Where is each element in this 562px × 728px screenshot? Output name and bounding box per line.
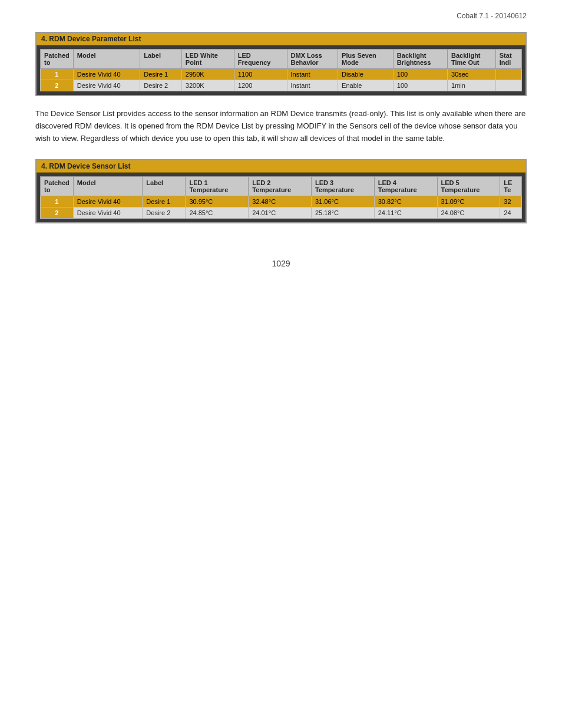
sensor-list-table: Patchedto Model Label LED 1Temperature L… — [40, 176, 522, 219]
col-header-plus-seven: Plus SevenMode — [338, 50, 394, 69]
page-number: 1029 — [35, 259, 527, 268]
param-list-title: 4. RDM Device Parameter List — [37, 33, 525, 45]
table-row: 1Desire Vivid 40Desire 130.95°C32.48°C31… — [41, 196, 522, 207]
sensor-list-panel: 4. RDM Device Sensor List Patchedto Mode… — [35, 159, 527, 223]
s-col-header-led4-temp: LED 4Temperature — [374, 177, 437, 196]
table-row: 1Desire Vivid 40Desire 12950K1100Instant… — [41, 69, 522, 80]
col-header-dmx-loss: DMX LossBehavior — [287, 50, 338, 69]
s-col-header-le-te: LETe — [500, 177, 522, 196]
s-col-header-led3-temp: LED 3Temperature — [311, 177, 374, 196]
s-col-header-patched-to: Patchedto — [41, 177, 74, 196]
param-list-panel: 4. RDM Device Parameter List Patchedto M… — [35, 32, 527, 96]
sensor-list-table-container: Patchedto Model Label LED 1Temperature L… — [37, 173, 525, 222]
col-header-backlight-brightness: BacklightBrightness — [393, 50, 447, 69]
col-header-backlight-timeout: BacklightTime Out — [448, 50, 496, 69]
s-col-header-led2-temp: LED 2Temperature — [249, 177, 312, 196]
param-list-header-row: Patchedto Model Label LED WhitePoint LED… — [41, 50, 522, 69]
s-col-header-led5-temp: LED 5Temperature — [437, 177, 500, 196]
col-header-model: Model — [73, 50, 140, 69]
col-header-led-white-point: LED WhitePoint — [181, 50, 234, 69]
table-row: 2Desire Vivid 40Desire 224.85°C24.01°C25… — [41, 207, 522, 219]
s-col-header-led1-temp: LED 1Temperature — [186, 177, 249, 196]
version-text: Cobalt 7.1 - 20140612 — [457, 12, 527, 20]
param-list-table: Patchedto Model Label LED WhitePoint LED… — [40, 49, 522, 91]
col-header-led-frequency: LEDFrequency — [234, 50, 287, 69]
table-row: 2Desire Vivid 40Desire 23200K1200Instant… — [41, 80, 522, 91]
col-header-patched-to: Patchedto — [41, 50, 74, 69]
col-header-stat-indi: StatIndi — [495, 50, 521, 69]
page-header: Cobalt 7.1 - 20140612 — [35, 12, 527, 20]
sensor-list-header-row: Patchedto Model Label LED 1Temperature L… — [41, 177, 522, 196]
param-list-table-container: Patchedto Model Label LED WhitePoint LED… — [37, 45, 525, 95]
sensor-list-title: 4. RDM Device Sensor List — [37, 160, 525, 173]
s-col-header-label: Label — [143, 177, 186, 196]
col-header-label: Label — [140, 50, 182, 69]
description-text: The Device Sensor List provides access t… — [35, 108, 527, 144]
s-col-header-model: Model — [73, 177, 143, 196]
